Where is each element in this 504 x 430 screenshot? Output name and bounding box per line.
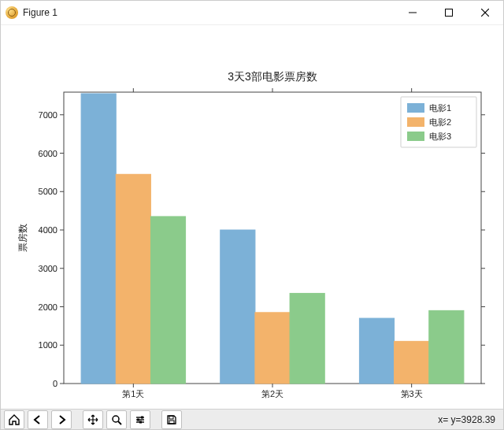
subplots-button[interactable] xyxy=(130,410,150,429)
y-tick-label: 4000 xyxy=(39,225,57,235)
legend-swatch xyxy=(407,103,424,113)
titlebar: Figure 1 xyxy=(1,1,503,25)
arrow-right-icon xyxy=(56,414,67,425)
chart-title: 3天3部电影票房数 xyxy=(228,70,317,83)
save-icon xyxy=(166,414,177,425)
move-icon xyxy=(87,414,98,425)
cursor-coords: x= y=3928.39 xyxy=(438,414,500,425)
zoom-button[interactable] xyxy=(106,410,127,429)
svg-rect-1 xyxy=(446,9,453,17)
svg-rect-33 xyxy=(139,421,142,423)
y-tick-label: 6000 xyxy=(39,149,57,158)
close-button[interactable] xyxy=(467,1,503,24)
toolbar: x= y=3928.39 xyxy=(1,409,503,429)
y-tick-label: 1000 xyxy=(39,340,57,350)
y-tick-label: 2000 xyxy=(39,302,57,312)
svg-rect-32 xyxy=(137,418,139,421)
sliders-icon xyxy=(135,414,146,425)
bar xyxy=(290,293,324,384)
plot-area: 3天3部电影票房数01000200030004000500060007000票房… xyxy=(1,25,503,409)
svg-rect-31 xyxy=(141,416,143,418)
bar xyxy=(81,94,116,384)
minimize-icon xyxy=(409,9,417,17)
save-button[interactable] xyxy=(161,410,182,429)
zoom-icon xyxy=(111,414,122,425)
bar xyxy=(359,318,394,384)
window: Figure 1 3天3部电影票房数0100020003000400050006… xyxy=(0,0,504,430)
legend-swatch xyxy=(407,132,424,141)
maximize-button[interactable] xyxy=(431,1,467,24)
legend-label: 电影3 xyxy=(429,132,451,141)
close-icon xyxy=(481,9,489,17)
matplotlib-icon xyxy=(6,6,18,19)
legend-label: 电影2 xyxy=(429,117,451,127)
minimize-button[interactable] xyxy=(395,1,431,24)
x-tick-label: 第3天 xyxy=(401,389,423,398)
bar xyxy=(429,310,464,384)
bar xyxy=(395,341,429,384)
y-tick-label: 7000 xyxy=(39,110,57,120)
x-tick-label: 第1天 xyxy=(122,389,144,398)
legend-swatch xyxy=(407,117,424,127)
bar xyxy=(220,230,255,384)
back-button[interactable] xyxy=(28,410,48,429)
y-tick-label: 3000 xyxy=(39,264,57,273)
y-tick-label: 5000 xyxy=(39,187,57,196)
window-title: Figure 1 xyxy=(23,7,57,18)
maximize-icon xyxy=(445,9,453,17)
x-tick-label: 第2天 xyxy=(261,389,284,398)
home-button[interactable] xyxy=(4,410,24,429)
legend-label: 电影1 xyxy=(429,103,451,113)
bar xyxy=(150,217,185,384)
chart: 3天3部电影票房数01000200030004000500060007000票房… xyxy=(1,25,503,406)
svg-point-26 xyxy=(113,416,119,422)
y-tick-label: 0 xyxy=(53,379,57,388)
y-axis-label: 票房数 xyxy=(17,224,28,252)
home-icon xyxy=(8,414,20,425)
pan-button[interactable] xyxy=(83,410,103,429)
bar xyxy=(255,313,290,384)
arrow-left-icon xyxy=(32,414,43,425)
bar xyxy=(116,174,150,384)
svg-line-27 xyxy=(118,421,121,424)
forward-button[interactable] xyxy=(51,410,72,429)
